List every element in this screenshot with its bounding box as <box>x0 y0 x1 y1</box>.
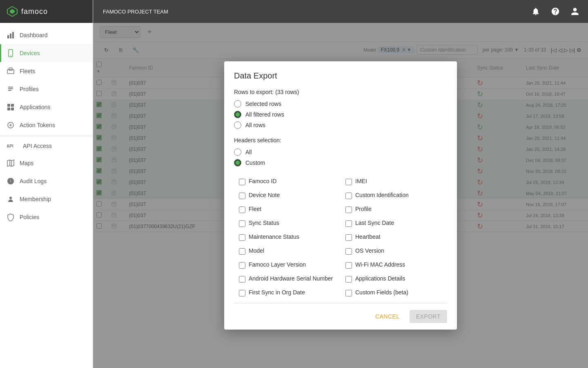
all-rows-option[interactable]: All rows <box>234 121 447 129</box>
sidebar-item-audit-logs[interactable]: Audit Logs <box>0 172 93 190</box>
notifications-icon[interactable] <box>529 5 542 18</box>
all-filtered-rows-radio[interactable] <box>234 111 241 118</box>
profile-checkbox-item[interactable]: Profile <box>341 202 447 216</box>
all-rows-radio[interactable] <box>234 121 241 129</box>
sidebar-item-profiles[interactable]: Profiles <box>0 80 93 98</box>
svg-rect-10 <box>11 104 14 107</box>
fleets-icon <box>7 67 15 75</box>
app-name: famoco <box>21 7 48 16</box>
custom-fields-checkbox[interactable] <box>345 290 352 296</box>
svg-point-17 <box>9 197 12 199</box>
svg-rect-9 <box>7 104 10 107</box>
svg-rect-4 <box>12 32 14 38</box>
phone-icon <box>7 49 15 57</box>
os-version-checkbox[interactable] <box>345 248 352 255</box>
all-headers-radio[interactable] <box>234 148 241 156</box>
os-version-checkbox-item[interactable]: OS Version <box>341 244 447 258</box>
android-hw-serial-checkbox[interactable] <box>239 276 245 283</box>
api-tag: API <box>7 144 18 148</box>
rows-to-export-label: Rows to export: (33 rows) <box>234 89 447 95</box>
heartbeat-checkbox-item[interactable]: Heartbeat <box>341 230 447 244</box>
model-checkbox[interactable] <box>239 248 245 255</box>
first-sync-checkbox-item[interactable]: First Sync in Org Date <box>234 286 341 300</box>
sync-status-checkbox[interactable] <box>239 220 245 227</box>
fleet-checkbox[interactable] <box>239 206 245 213</box>
sync-status-checkbox-item[interactable]: Sync Status <box>234 216 341 230</box>
content-area: Fleet + ↻ ⎘ 🔧 Model FX100,9 ✕ ▼ <box>93 23 588 368</box>
sidebar-item-maps[interactable]: Maps <box>0 154 93 172</box>
checkbox-grid: Famoco ID Device Note Fleet Sync St <box>234 175 447 300</box>
first-sync-checkbox[interactable] <box>239 290 245 296</box>
rows-radio-group: Selected rows All filtered rows All rows <box>234 100 447 129</box>
chart-icon <box>7 31 15 39</box>
svg-rect-8 <box>9 68 12 70</box>
famoco-id-checkbox-item[interactable]: Famoco ID <box>234 175 341 188</box>
imei-checkbox[interactable] <box>345 179 352 185</box>
logo: famoco <box>7 6 48 17</box>
sidebar-item-api-access[interactable]: API API Access <box>0 138 93 154</box>
famoco-layer-version-checkbox-item[interactable]: Famoco Layer Version <box>234 258 341 272</box>
svg-rect-11 <box>7 108 10 110</box>
sidebar-header: famoco <box>0 0 93 23</box>
account-icon[interactable] <box>568 5 581 18</box>
main-nav: Dashboard Devices Fleets Profiles <box>0 23 93 368</box>
custom-headers-radio[interactable] <box>234 159 241 166</box>
svg-marker-1 <box>10 9 15 14</box>
sidebar-item-action-tokens[interactable]: Action Tokens <box>0 116 93 134</box>
policies-icon <box>7 213 15 221</box>
selected-rows-option[interactable]: Selected rows <box>234 100 447 108</box>
custom-fields-checkbox-item[interactable]: Custom Fields (beta) <box>341 286 447 300</box>
sidebar-item-applications[interactable]: Applications <box>0 98 93 116</box>
sidebar-item-devices[interactable]: Devices <box>0 44 93 62</box>
last-sync-date-checkbox[interactable] <box>345 220 352 227</box>
checkbox-col-right: IMEI Custom Identification Profile <box>341 175 447 300</box>
all-headers-option[interactable]: All <box>234 148 447 156</box>
apps-icon <box>7 103 15 111</box>
maintenance-status-checkbox[interactable] <box>239 234 245 241</box>
cancel-button[interactable]: CANCEL <box>369 310 406 323</box>
main-content: FAMOCO PROJECT TEAM Fleet + ↻ ⎘ � <box>93 0 588 368</box>
help-icon[interactable] <box>549 5 562 18</box>
sidebar-item-fleets[interactable]: Fleets <box>0 62 93 80</box>
export-button[interactable]: EXPORT <box>410 310 447 323</box>
svg-rect-12 <box>11 108 14 110</box>
custom-headers-option[interactable]: Custom <box>234 159 447 166</box>
famoco-id-checkbox[interactable] <box>239 179 245 185</box>
tokens-icon <box>7 121 15 129</box>
headers-selection-label: Headers selection: <box>234 137 447 144</box>
last-sync-date-checkbox-item[interactable]: Last Sync Date <box>341 216 447 230</box>
device-note-checkbox[interactable] <box>239 193 245 199</box>
imei-checkbox-item[interactable]: IMEI <box>341 175 447 188</box>
audit-icon <box>7 177 15 185</box>
model-checkbox-item[interactable]: Model <box>234 244 341 258</box>
selected-rows-radio[interactable] <box>234 100 241 108</box>
sidebar-item-policies[interactable]: Policies <box>0 208 93 226</box>
fleet-checkbox-item[interactable]: Fleet <box>234 202 341 216</box>
heartbeat-checkbox[interactable] <box>345 234 352 241</box>
modal-title: Data Export <box>234 71 447 81</box>
sidebar-item-dashboard[interactable]: Dashboard <box>0 26 93 44</box>
svg-marker-14 <box>7 160 14 166</box>
svg-rect-3 <box>10 34 11 38</box>
wifi-mac-checkbox-item[interactable]: Wi-Fi MAC Address <box>341 258 447 272</box>
topbar-team: FAMOCO PROJECT TEAM <box>103 9 168 15</box>
maintenance-status-checkbox-item[interactable]: Maintenance Status <box>234 230 341 244</box>
wifi-mac-checkbox[interactable] <box>345 262 352 269</box>
custom-id-checkbox[interactable] <box>345 193 352 199</box>
app-details-checkbox[interactable] <box>345 276 352 283</box>
modal-overlay: Data Export Rows to export: (33 rows) Se… <box>93 23 588 368</box>
checkbox-col-left: Famoco ID Device Note Fleet Sync St <box>234 175 341 300</box>
device-note-checkbox-item[interactable]: Device Note <box>234 188 341 202</box>
custom-id-checkbox-item[interactable]: Custom Identification <box>341 188 447 202</box>
all-filtered-rows-option[interactable]: All filtered rows <box>234 111 447 118</box>
svg-rect-2 <box>7 35 9 38</box>
android-hw-serial-checkbox-item[interactable]: Android Hardware Serial Number <box>234 272 341 286</box>
profile-checkbox[interactable] <box>345 206 352 213</box>
profiles-icon <box>7 85 15 93</box>
sidebar-item-membership[interactable]: Membership <box>0 190 93 208</box>
famoco-layer-version-checkbox[interactable] <box>239 262 245 269</box>
app-details-checkbox-item[interactable]: Applications Details <box>341 272 447 286</box>
membership-icon <box>7 195 15 203</box>
maps-icon <box>7 159 15 167</box>
headers-radio-group: All Custom <box>234 148 447 166</box>
